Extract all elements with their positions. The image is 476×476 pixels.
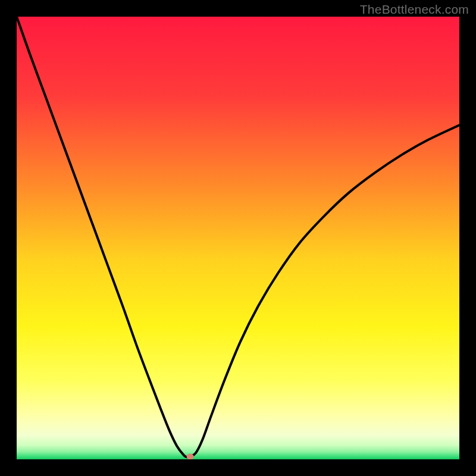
bottleneck-curve	[17, 17, 459, 458]
chart-stage: TheBottleneck.com	[0, 0, 476, 476]
plot-area	[17, 17, 459, 459]
curve-layer	[17, 17, 459, 459]
watermark-text: TheBottleneck.com	[360, 2, 469, 17]
